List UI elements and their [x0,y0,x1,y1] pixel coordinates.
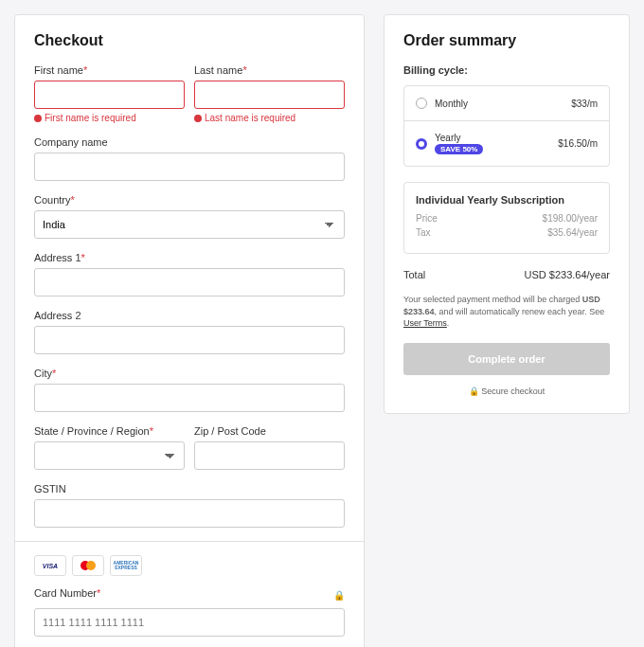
card-number-label: Card Number* [34,587,100,599]
save-badge: SAVE 50% [435,144,483,154]
state-select[interactable] [34,441,185,470]
last-name-error: Last name is required [194,113,345,123]
company-input[interactable] [34,153,345,181]
radio-icon-selected [416,138,427,150]
zip-input[interactable] [194,441,345,470]
subscription-title: Individual Yearly Subscription [416,194,598,206]
card-number-input[interactable] [34,608,345,637]
total-line: Total USD $233.64/year [403,269,610,280]
state-label: State / Province / Region* [34,425,185,437]
radio-icon [416,98,427,109]
cycle-monthly[interactable]: Monthly $33/m [404,86,609,120]
address2-label: Address 2 [34,310,345,321]
billing-cycle-box: Monthly $33/m Yearly SAVE 50% $16.50/m [403,85,610,167]
lock-icon: 🔒 [333,590,345,601]
subscription-box: Individual Yearly Subscription Price$198… [403,182,610,254]
checkout-panel: Checkout First name* First name is requi… [14,14,365,647]
mastercard-icon [72,555,104,576]
address1-input[interactable] [34,268,345,297]
summary-title: Order summary [403,32,610,49]
gstin-label: GSTIN [34,483,345,494]
user-terms-link-fine[interactable]: User Terms [403,318,447,328]
summary-panel: Order summary Billing cycle: Monthly $33… [384,14,630,414]
last-name-input[interactable] [194,81,345,109]
cycle-yearly[interactable]: Yearly SAVE 50% $16.50/m [404,120,609,166]
address1-label: Address 1* [34,252,345,263]
divider [15,541,364,542]
secure-checkout-label: 🔒 Secure checkout [403,386,610,396]
amex-icon: AMERICANEXPRESS [110,555,142,576]
lock-icon: 🔒 [469,386,479,396]
gstin-input[interactable] [34,499,345,528]
payment-card-icons: VISA AMERICANEXPRESS [34,555,345,576]
company-label: Company name [34,136,345,148]
city-input[interactable] [34,384,345,412]
fine-print: Your selected payment method will be cha… [403,294,610,330]
country-label: Country* [34,194,345,206]
city-label: City* [34,368,345,379]
last-name-label: Last name* [194,64,345,76]
country-select[interactable]: India [34,210,345,239]
billing-cycle-label: Billing cycle: [403,64,610,76]
visa-icon: VISA [34,555,66,576]
first-name-label: First name* [34,64,185,76]
checkout-title: Checkout [34,32,345,49]
zip-label: Zip / Post Code [194,425,345,437]
first-name-error: First name is required [34,113,185,123]
first-name-input[interactable] [34,81,185,109]
complete-order-button[interactable]: Complete order [403,343,610,375]
address2-input[interactable] [34,326,345,354]
